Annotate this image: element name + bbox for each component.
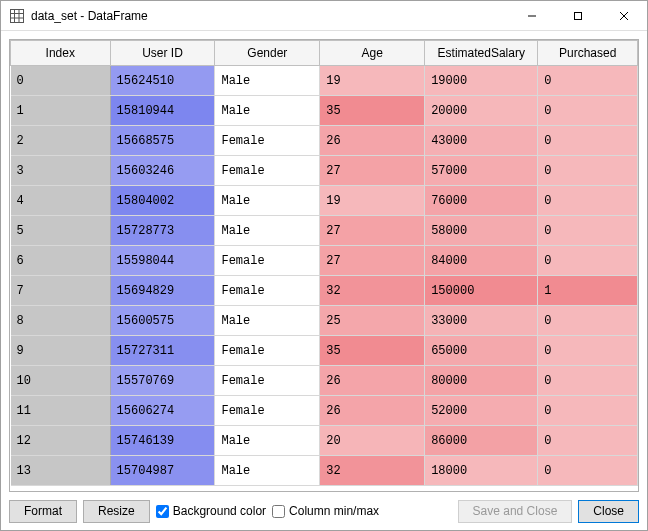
cell-salary[interactable]: 86000 — [425, 426, 538, 456]
cell-salary[interactable]: 52000 — [425, 396, 538, 426]
close-footer-button[interactable]: Close — [578, 500, 639, 523]
cell-idx[interactable]: 1 — [11, 96, 111, 126]
cell-age[interactable]: 26 — [320, 366, 425, 396]
cell-purchased[interactable]: 0 — [538, 156, 638, 186]
cell-idx[interactable]: 5 — [11, 216, 111, 246]
table-row[interactable]: 1015570769Female26800000 — [11, 366, 638, 396]
cell-age[interactable]: 27 — [320, 156, 425, 186]
save-and-close-button[interactable]: Save and Close — [458, 500, 573, 523]
minimize-button[interactable] — [509, 1, 555, 30]
cell-idx[interactable]: 8 — [11, 306, 111, 336]
cell-gender[interactable]: Male — [215, 186, 320, 216]
table-row[interactable]: 715694829Female321500001 — [11, 276, 638, 306]
cell-purchased[interactable]: 1 — [538, 276, 638, 306]
cell-userid[interactable]: 15694829 — [110, 276, 215, 306]
background-color-checkbox[interactable]: Background color — [156, 504, 266, 518]
cell-age[interactable]: 35 — [320, 336, 425, 366]
cell-age[interactable]: 32 — [320, 276, 425, 306]
cell-gender[interactable]: Male — [215, 456, 320, 486]
table-row[interactable]: 315603246Female27570000 — [11, 156, 638, 186]
cell-salary[interactable]: 76000 — [425, 186, 538, 216]
cell-userid[interactable]: 15668575 — [110, 126, 215, 156]
cell-salary[interactable]: 57000 — [425, 156, 538, 186]
table-row[interactable]: 615598044Female27840000 — [11, 246, 638, 276]
cell-gender[interactable]: Male — [215, 216, 320, 246]
cell-gender[interactable]: Female — [215, 336, 320, 366]
cell-purchased[interactable]: 0 — [538, 366, 638, 396]
col-header-index[interactable]: Index — [11, 41, 111, 66]
col-header-salary[interactable]: EstimatedSalary — [425, 41, 538, 66]
table-row[interactable]: 415804002Male19760000 — [11, 186, 638, 216]
cell-idx[interactable]: 0 — [11, 66, 111, 96]
cell-idx[interactable]: 4 — [11, 186, 111, 216]
cell-age[interactable]: 19 — [320, 186, 425, 216]
cell-gender[interactable]: Female — [215, 156, 320, 186]
cell-gender[interactable]: Male — [215, 306, 320, 336]
cell-purchased[interactable]: 0 — [538, 216, 638, 246]
cell-idx[interactable]: 3 — [11, 156, 111, 186]
cell-purchased[interactable]: 0 — [538, 306, 638, 336]
cell-salary[interactable]: 65000 — [425, 336, 538, 366]
cell-purchased[interactable]: 0 — [538, 456, 638, 486]
cell-idx[interactable]: 10 — [11, 366, 111, 396]
cell-gender[interactable]: Male — [215, 426, 320, 456]
cell-age[interactable]: 27 — [320, 246, 425, 276]
background-color-input[interactable] — [156, 505, 169, 518]
cell-purchased[interactable]: 0 — [538, 426, 638, 456]
titlebar[interactable]: data_set - DataFrame — [1, 1, 647, 31]
col-header-age[interactable]: Age — [320, 41, 425, 66]
cell-gender[interactable]: Female — [215, 246, 320, 276]
cell-userid[interactable]: 15606274 — [110, 396, 215, 426]
cell-salary[interactable]: 19000 — [425, 66, 538, 96]
col-header-gender[interactable]: Gender — [215, 41, 320, 66]
cell-idx[interactable]: 7 — [11, 276, 111, 306]
cell-userid[interactable]: 15704987 — [110, 456, 215, 486]
cell-purchased[interactable]: 0 — [538, 186, 638, 216]
cell-idx[interactable]: 9 — [11, 336, 111, 366]
cell-salary[interactable]: 80000 — [425, 366, 538, 396]
cell-salary[interactable]: 18000 — [425, 456, 538, 486]
close-button[interactable] — [601, 1, 647, 30]
cell-userid[interactable]: 15600575 — [110, 306, 215, 336]
cell-age[interactable]: 20 — [320, 426, 425, 456]
cell-userid[interactable]: 15728773 — [110, 216, 215, 246]
cell-salary[interactable]: 150000 — [425, 276, 538, 306]
cell-gender[interactable]: Female — [215, 276, 320, 306]
table-row[interactable]: 1115606274Female26520000 — [11, 396, 638, 426]
cell-age[interactable]: 25 — [320, 306, 425, 336]
cell-salary[interactable]: 58000 — [425, 216, 538, 246]
cell-age[interactable]: 26 — [320, 126, 425, 156]
cell-gender[interactable]: Female — [215, 366, 320, 396]
cell-userid[interactable]: 15624510 — [110, 66, 215, 96]
cell-gender[interactable]: Female — [215, 396, 320, 426]
cell-purchased[interactable]: 0 — [538, 96, 638, 126]
table-row[interactable]: 015624510Male19190000 — [11, 66, 638, 96]
column-minmax-input[interactable] — [272, 505, 285, 518]
cell-salary[interactable]: 84000 — [425, 246, 538, 276]
table-row[interactable]: 915727311Female35650000 — [11, 336, 638, 366]
cell-salary[interactable]: 20000 — [425, 96, 538, 126]
cell-purchased[interactable]: 0 — [538, 66, 638, 96]
cell-idx[interactable]: 6 — [11, 246, 111, 276]
cell-userid[interactable]: 15603246 — [110, 156, 215, 186]
cell-age[interactable]: 27 — [320, 216, 425, 246]
cell-userid[interactable]: 15570769 — [110, 366, 215, 396]
cell-userid[interactable]: 15810944 — [110, 96, 215, 126]
cell-gender[interactable]: Female — [215, 126, 320, 156]
cell-purchased[interactable]: 0 — [538, 396, 638, 426]
cell-purchased[interactable]: 0 — [538, 246, 638, 276]
table-row[interactable]: 1315704987Male32180000 — [11, 456, 638, 486]
table-row[interactable]: 215668575Female26430000 — [11, 126, 638, 156]
cell-age[interactable]: 19 — [320, 66, 425, 96]
table-row[interactable]: 1215746139Male20860000 — [11, 426, 638, 456]
format-button[interactable]: Format — [9, 500, 77, 523]
cell-idx[interactable]: 11 — [11, 396, 111, 426]
table-row[interactable]: 815600575Male25330000 — [11, 306, 638, 336]
cell-gender[interactable]: Male — [215, 96, 320, 126]
cell-purchased[interactable]: 0 — [538, 126, 638, 156]
cell-salary[interactable]: 33000 — [425, 306, 538, 336]
cell-age[interactable]: 35 — [320, 96, 425, 126]
column-minmax-checkbox[interactable]: Column min/max — [272, 504, 379, 518]
col-header-purchased[interactable]: Purchased — [538, 41, 638, 66]
table-row[interactable]: 115810944Male35200000 — [11, 96, 638, 126]
